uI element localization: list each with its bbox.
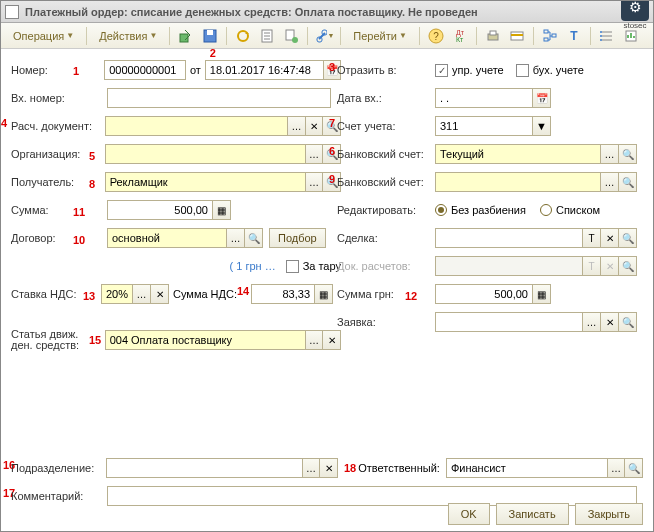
contract-search-btn[interactable]: 🔍 [245, 228, 263, 248]
footer: OK Записать Закрыть [448, 503, 643, 525]
contract-input[interactable]: основной [107, 228, 227, 248]
edit-radio-1[interactable] [435, 204, 447, 216]
article-input[interactable]: 004 Оплата поставщику [105, 330, 306, 350]
deal-search-btn[interactable]: 🔍 [619, 228, 637, 248]
request-search-btn[interactable]: 🔍 [619, 312, 637, 332]
upr-checkbox[interactable] [435, 64, 448, 77]
bank2-select-btn[interactable]: … [601, 172, 619, 192]
payment-icon[interactable] [507, 26, 527, 46]
bank2-search-btn[interactable]: 🔍 [619, 172, 637, 192]
sum-label: Сумма: [11, 204, 49, 216]
date-in-label: Дата вх.: [337, 92, 382, 104]
annotation-15: 15 [89, 335, 101, 346]
doc-label: Расч. документ: [11, 120, 92, 132]
print-icon[interactable] [483, 26, 503, 46]
doc-clear-btn[interactable]: ✕ [306, 116, 324, 136]
dtkt-icon[interactable]: ДтКт [450, 26, 470, 46]
vat-sum-input[interactable]: 83,33 [251, 284, 315, 304]
sum-calc-btn[interactable]: ▦ [213, 200, 231, 220]
edit-opt1-label: Без разбиения [451, 204, 526, 216]
subdiv-input[interactable] [106, 458, 303, 478]
resp-input[interactable]: Финансист [446, 458, 608, 478]
date-in-input[interactable]: . . [435, 88, 533, 108]
sum-grn-calc-btn[interactable]: ▦ [533, 284, 551, 304]
close-button[interactable]: Закрыть [575, 503, 643, 525]
bank1-select-btn[interactable]: … [601, 144, 619, 164]
goto-menu[interactable]: Перейти▼ [347, 28, 413, 44]
bold-icon[interactable]: T [564, 26, 584, 46]
request-select-btn[interactable]: … [583, 312, 601, 332]
account-drop-btn[interactable]: ▼ [533, 116, 551, 136]
subdiv-label: Подразделение: [11, 462, 94, 474]
doc-input[interactable] [105, 116, 289, 136]
contract-label: Договор: [11, 232, 56, 244]
help-icon[interactable]: ? [426, 26, 446, 46]
account-input[interactable]: 311 [435, 116, 533, 136]
vat-rate-input[interactable]: 20% [101, 284, 133, 304]
actions-menu[interactable]: Действия▼ [93, 28, 163, 44]
sum-grn-input[interactable]: 500,00 [435, 284, 533, 304]
annotation-12: 12 [405, 290, 417, 302]
window-icon [5, 5, 19, 19]
write-button[interactable]: Записать [496, 503, 569, 525]
window-title: Платежный ордер: списание денежных средс… [25, 6, 621, 18]
deal-input[interactable] [435, 228, 583, 248]
list-icon[interactable] [597, 26, 617, 46]
post-icon[interactable] [176, 26, 196, 46]
rate-note: ( 1 грн … [229, 260, 275, 272]
refresh-icon[interactable] [233, 26, 253, 46]
deal-t-btn[interactable]: T [583, 228, 601, 248]
deal-clear-btn[interactable]: ✕ [601, 228, 619, 248]
request-clear-btn[interactable]: ✕ [601, 312, 619, 332]
date-in-cal-btn[interactable]: 📅 [533, 88, 551, 108]
bank1-input[interactable]: Текущий [435, 144, 601, 164]
link-icon[interactable]: ▼ [314, 26, 334, 46]
subdiv-clear-btn[interactable]: ✕ [320, 458, 338, 478]
svg-rect-16 [511, 34, 523, 36]
vat-sum-label: Сумма НДС: [173, 288, 237, 300]
org-input[interactable] [105, 144, 306, 164]
number-input[interactable]: 00000000001 [104, 60, 186, 80]
doccalc-clear-btn: ✕ [601, 256, 619, 276]
from-label: от [190, 64, 201, 76]
vat-sum-calc-btn[interactable]: ▦ [315, 284, 333, 304]
magic-icon[interactable] [281, 26, 301, 46]
svg-point-6 [292, 37, 298, 43]
sum-input[interactable]: 500,00 [107, 200, 213, 220]
tare-checkbox[interactable] [286, 260, 299, 273]
org-select-btn[interactable]: … [306, 144, 324, 164]
save-icon[interactable] [200, 26, 220, 46]
subdiv-select-btn[interactable]: … [303, 458, 321, 478]
number-label: Номер: [11, 64, 48, 76]
bank2-input[interactable] [435, 172, 601, 192]
buh-checkbox[interactable] [516, 64, 529, 77]
annotation-18: 18 [344, 462, 356, 474]
tree-icon[interactable] [540, 26, 560, 46]
podbor-button[interactable]: Подбор [269, 228, 326, 248]
doccalc-input [435, 256, 583, 276]
resp-search-btn[interactable]: 🔍 [625, 458, 643, 478]
app-icon: ⚙ [621, 0, 649, 21]
account-label: Счет учета: [337, 120, 395, 132]
annotation-5: 5 [89, 150, 95, 162]
svg-rect-14 [490, 31, 496, 35]
payee-input[interactable]: Рекламщик [105, 172, 306, 192]
contract-select-btn[interactable]: … [227, 228, 245, 248]
request-input[interactable] [435, 312, 583, 332]
resp-select-btn[interactable]: … [608, 458, 626, 478]
vat-rate-clear-btn[interactable]: ✕ [151, 284, 169, 304]
doc-select-btn[interactable]: … [288, 116, 306, 136]
vat-rate-select-btn[interactable]: … [133, 284, 151, 304]
article-select-btn[interactable]: … [306, 330, 324, 350]
doc-icon[interactable] [257, 26, 277, 46]
payee-select-btn[interactable]: … [306, 172, 324, 192]
ok-button[interactable]: OK [448, 503, 490, 525]
brand-label: stosec [621, 21, 649, 30]
operation-menu[interactable]: Операция▼ [7, 28, 80, 44]
bank1-search-btn[interactable]: 🔍 [619, 144, 637, 164]
resp-label: Ответственный: [358, 462, 440, 474]
date-input[interactable]: 2 18.01.2017 16:47:48 [205, 60, 324, 80]
inc-number-input[interactable] [107, 88, 331, 108]
edit-radio-2[interactable] [540, 204, 552, 216]
org-label: Организация: [11, 148, 80, 160]
